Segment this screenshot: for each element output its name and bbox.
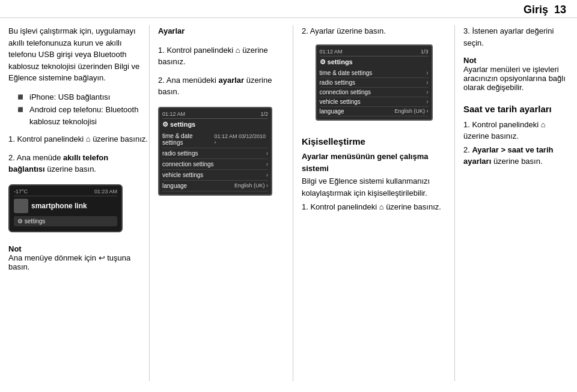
saat-title: Saat ve tarih ayarları xyxy=(463,103,569,116)
bullet-item-2: ◾ Android cep telefonu: Bluetooth kablos… xyxy=(14,104,141,127)
mid-left-step1: 1. Kontrol panelindeki ⌂ üzerine basınız… xyxy=(158,44,284,68)
sm-time-1: 01:12 AM xyxy=(162,111,185,117)
kisisellestirme-section: Kişiselleştirme Ayarlar menüsünün genel … xyxy=(302,135,446,215)
sm-row-1-3: connection settings › xyxy=(162,159,268,170)
sl-row-2: radio settings › xyxy=(320,78,429,88)
sm-row-1-4: vehicle settings › xyxy=(162,170,268,181)
saat-step2: 2. Ayarlar > saat ve tarih ayarları üzer… xyxy=(463,144,569,167)
note-section-right: Not Ayarlar menüleri ve işlevleri aracın… xyxy=(463,56,569,92)
sp-icon xyxy=(14,199,28,213)
sl-row-3: connection settings › xyxy=(320,88,429,97)
kisisellestirme-subtitle: Ayarlar menüsünün genel çalışma sistemi xyxy=(302,151,446,174)
sp-title: smartphone link xyxy=(14,199,117,213)
sm-title-1: ⚙ settings xyxy=(162,121,268,128)
divider-2 xyxy=(293,25,293,381)
step2-note: 2. Ayarlar üzerine basın. xyxy=(302,25,446,37)
sl-row-5: language English (UK) › xyxy=(320,107,429,116)
step-1-text: 1. Kontrol panelindeki ⌂ üzerine basınız… xyxy=(8,133,148,145)
note-text-right: Ayarlar menüleri ve işlevleri aracınızın… xyxy=(463,65,566,92)
settings-icon-1: ⚙ xyxy=(162,121,170,128)
column-right: 3. İstenen ayarlar değerini seçin. Not A… xyxy=(463,25,569,381)
sl-page: 1/3 xyxy=(421,49,429,55)
bullet-list: ◾ iPhone: USB bağlantısı ◾ Android cep t… xyxy=(8,91,141,129)
step-1: 1. Kontrol panelindeki ⌂ üzerine basınız… xyxy=(8,133,141,145)
page-wrapper: Giriş 13 Bu işlevi çalıştırmak için, uyg… xyxy=(0,0,577,387)
column-mid-right: 2. Ayarlar üzerine basın. 01:12 AM 1/3 ⚙… xyxy=(302,25,446,381)
sm-row-1-5: language English (UK) › xyxy=(162,181,268,191)
sp-settings-icon: ⚙ xyxy=(17,218,23,225)
bullet-sym-1: ◾ xyxy=(14,91,26,103)
kisisellestirme-desc: Bilgi ve Eğlence sistemi kullanmanızı ko… xyxy=(302,175,446,199)
saat-step1: 1. Kontrol panelindeki ⌂ üzerine basınız… xyxy=(463,119,569,142)
note-section-left: Not Ana menüye dönmek için ↩ tuşuna bası… xyxy=(8,244,141,271)
settings-screen-2: 01:12 AM 1/3 ⚙ settings time & date sett… xyxy=(316,44,433,121)
settings-icon-2: ⚙ xyxy=(320,58,328,65)
divider-1 xyxy=(149,25,150,381)
kisisellestirme-title: Kişiselleştirme xyxy=(302,135,446,149)
sp-temp: -17°C xyxy=(14,188,28,194)
sl-title: ⚙ settings xyxy=(320,58,429,66)
home-icon-saat: ⌂ xyxy=(541,120,546,129)
page-number: 13 xyxy=(554,4,566,16)
note-text-left: Ana menüye dönmek için ↩ tuşuna basın. xyxy=(8,253,130,271)
sm-row-1-2: radio settings › xyxy=(162,148,268,159)
intro-text: Bu işlevi çalıştırmak için, uygulamayı a… xyxy=(8,25,141,84)
bullet-text-1: iPhone: USB bağlantısı xyxy=(29,91,110,103)
sp-header: -17°C 01:23 AM xyxy=(14,188,117,196)
sm-row-1-1: time & date settings 01:12 AM 03/12/2010… xyxy=(162,131,268,148)
sl-row-1: time & date settings › xyxy=(320,68,429,78)
column-mid-left: Ayarlar 1. Kontrol panelindeki ⌂ üzerine… xyxy=(158,25,284,381)
page-header: Giriş 13 xyxy=(0,0,577,18)
sp-time: 01:23 AM xyxy=(94,188,117,194)
mid-left-step2: 2. Ana menüdeki ayarlar üzerine basın. xyxy=(158,74,284,98)
bullet-item-1: ◾ iPhone: USB bağlantısı xyxy=(14,91,141,103)
step-2: 2. Ana menüde akıllı telefon bağlantısı … xyxy=(8,152,141,175)
bullet-sym-2: ◾ xyxy=(14,104,26,127)
sl-header: 01:12 AM 1/3 xyxy=(320,49,429,56)
column-left: Bu işlevi çalıştırmak için, uygulamayı a… xyxy=(8,25,141,381)
bullet-text-2: Android cep telefonu: Bluetooth kablosuz… xyxy=(29,104,141,127)
step3: 3. İstenen ayarlar değerini seçin. xyxy=(463,25,569,49)
sl-row-4: vehicle settings › xyxy=(320,97,429,107)
page-title: Giriş xyxy=(524,4,548,16)
sl-time: 01:12 AM xyxy=(320,49,343,55)
ayarlar-title: Ayarlar xyxy=(158,25,284,37)
sm-header-1: 01:12 AM 1/2 xyxy=(162,111,268,119)
sp-row-1: ⚙ settings xyxy=(14,216,117,226)
divider-3 xyxy=(454,25,455,381)
smartphone-screen: -17°C 01:23 AM smartphone link ⚙ setting… xyxy=(8,184,123,232)
kisis-step1: 1. Kontrol panelindeki ⌂ üzerine basınız… xyxy=(302,201,446,213)
sm-page-1: 1/2 xyxy=(260,111,268,117)
saat-section: Saat ve tarih ayarları 1. Kontrol paneli… xyxy=(463,103,569,169)
home-icon-kisis: ⌂ xyxy=(379,202,386,211)
home-icon-step1: ⌂ xyxy=(86,134,93,143)
back-icon-note: ↩ xyxy=(99,253,108,262)
home-icon-mid: ⌂ xyxy=(236,46,242,55)
settings-screen-1: 01:12 AM 1/2 ⚙ settings time & date sett… xyxy=(158,107,272,196)
page-content: Bu işlevi çalıştırmak için, uygulamayı a… xyxy=(0,18,577,387)
